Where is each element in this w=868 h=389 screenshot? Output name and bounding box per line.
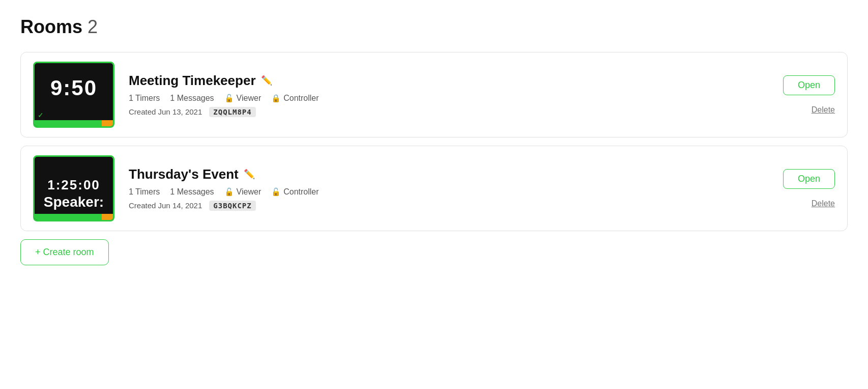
delete-button-2[interactable]: Delete [812, 199, 835, 208]
page-header: Rooms 2 [20, 16, 848, 38]
room-actions-2: Open Delete [783, 169, 835, 208]
room-card-2: 1:25:00 Speaker:Harvey Thursday's Event … [20, 146, 848, 231]
room-1-time: 9:50 [35, 77, 113, 99]
room-2-messages: 1 Messages [170, 187, 214, 197]
room-1-code: ZQQLM8P4 [209, 107, 255, 117]
room-info-2: Thursday's Event ✏️ 1 Timers 1 Messages … [129, 166, 771, 211]
room-card-1: 9:50 ✓ Meeting Timekeeper ✏️ 1 Timers 1 … [20, 52, 848, 137]
create-room-button[interactable]: + Create room [20, 239, 109, 265]
room-thumbnail-2: 1:25:00 Speaker:Harvey [33, 155, 114, 221]
page-title: Rooms [20, 16, 82, 38]
room-1-messages: 1 Messages [170, 94, 214, 103]
room-2-controller: 🔓 Controller [271, 187, 319, 197]
room-name-1: Meeting Timekeeper [129, 73, 256, 89]
room-name-2: Thursday's Event [129, 166, 239, 182]
rooms-count: 2 [88, 16, 98, 38]
room-2-viewer: 🔓 Viewer [224, 187, 262, 197]
open-button-2[interactable]: Open [783, 169, 835, 189]
room-2-code: G3BQKCPZ [209, 201, 255, 211]
room-1-created: Created Jun 13, 2021 [129, 107, 202, 116]
room-2-created: Created Jun 14, 2021 [129, 201, 202, 210]
room-2-time: 1:25:00 [35, 171, 113, 191]
room-1-controller: 🔒 Controller [271, 94, 319, 103]
viewer-lock-icon-1: 🔓 [224, 94, 234, 103]
controller-lock-icon-1: 🔒 [271, 94, 281, 103]
edit-icon-1[interactable]: ✏️ [261, 75, 272, 86]
room-1-timers: 1 Timers [129, 94, 160, 103]
delete-button-1[interactable]: Delete [812, 105, 835, 115]
room-1-viewer: 🔓 Viewer [224, 94, 262, 103]
room-thumbnail-1: 9:50 ✓ [33, 62, 114, 128]
room-info-1: Meeting Timekeeper ✏️ 1 Timers 1 Message… [129, 73, 771, 117]
room-2-timers: 1 Timers [129, 187, 160, 197]
controller-lock-icon-2: 🔓 [271, 187, 281, 197]
room-actions-1: Open Delete [783, 75, 835, 115]
edit-icon-2[interactable]: ✏️ [244, 169, 255, 180]
open-button-1[interactable]: Open [783, 75, 835, 95]
viewer-lock-icon-2: 🔓 [224, 187, 234, 197]
